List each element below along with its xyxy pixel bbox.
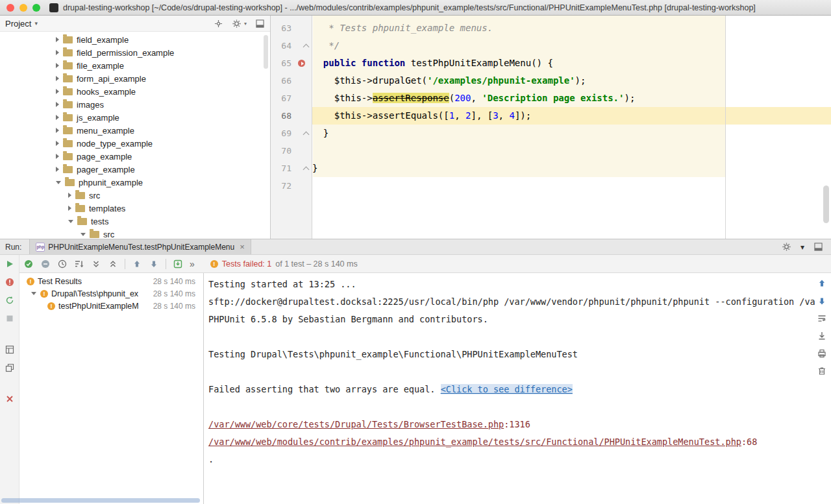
chevron-right-icon[interactable] <box>56 154 59 159</box>
project-tree-item[interactable]: form_api_example <box>0 72 270 85</box>
chevron-right-icon[interactable] <box>56 141 59 146</box>
editor-scrollbar[interactable] <box>823 186 829 223</box>
code-line[interactable]: 64 */ <box>271 37 831 54</box>
code-text[interactable]: * Tests phpunit_example menus. <box>312 19 831 37</box>
stacktrace-link[interactable]: /var/www/web/core/tests/Drupal/Tests/Bro… <box>208 419 504 429</box>
toggle-autotest-icon[interactable] <box>5 295 15 306</box>
close-tab-icon[interactable]: × <box>240 242 245 252</box>
stacktrace-link[interactable]: /var/www/web/modules/contrib/examples/ph… <box>208 437 741 447</box>
rerun-failed-tests-icon[interactable] <box>5 277 15 287</box>
chevron-right-icon[interactable] <box>68 193 71 198</box>
chevron-right-icon[interactable] <box>56 89 59 94</box>
run-tab[interactable]: php PHPUnitExampleMenuTest.testPhpUnitEx… <box>29 239 251 254</box>
code-text[interactable]: } <box>312 125 831 142</box>
test-tree-item[interactable]: testPhpUnitExampleM28 s 140 ms <box>19 300 203 312</box>
tree-horizontal-scrollbar[interactable] <box>1 498 200 503</box>
hide-panel-icon[interactable] <box>254 18 265 29</box>
code-text[interactable]: } <box>312 160 831 177</box>
test-console[interactable]: Testing started at 13:25 ...sftp://docke… <box>204 273 831 504</box>
chevron-down-icon[interactable] <box>56 181 61 184</box>
chevron-down-icon[interactable]: ▾ <box>34 20 38 27</box>
code-line[interactable]: 65 public function testPhpUnitExampleMen… <box>271 54 831 72</box>
fold-marker-icon[interactable] <box>297 37 312 54</box>
hide-panel-icon[interactable] <box>813 242 823 252</box>
clear-all-icon[interactable] <box>817 366 827 376</box>
code-text[interactable] <box>312 177 831 195</box>
code-line[interactable]: 68 $this->assertEquals([1, 2], [3, 4]); <box>271 107 831 125</box>
zoom-window-button[interactable] <box>32 4 40 12</box>
editor[interactable]: 63 * Tests phpunit_example menus.64 */65… <box>271 16 831 239</box>
code-line[interactable]: 63 * Tests phpunit_example menus. <box>271 19 831 37</box>
project-tree-item[interactable]: templates <box>0 202 270 215</box>
code-line[interactable]: 67 $this->assertResponse(200, 'Descripti… <box>271 90 831 107</box>
code-line[interactable]: 66 $this->drupalGet('/examples/phpunit-e… <box>271 72 831 90</box>
gear-icon[interactable] <box>782 242 792 252</box>
gear-icon[interactable] <box>232 18 242 29</box>
project-tree-item[interactable]: phpunit_example <box>0 176 270 189</box>
project-tree-item[interactable]: src <box>0 189 270 202</box>
sort-by-duration-icon[interactable] <box>57 259 68 269</box>
fold-marker-icon[interactable] <box>297 125 312 142</box>
toolbar-overflow-icon[interactable]: » <box>190 259 195 269</box>
chevron-right-icon[interactable] <box>56 115 59 120</box>
code-text[interactable]: public function testPhpUnitExampleMenu()… <box>312 54 831 72</box>
close-icon[interactable] <box>5 394 15 404</box>
expand-all-icon[interactable] <box>91 259 101 269</box>
chevron-right-icon[interactable] <box>56 76 59 81</box>
locate-file-icon[interactable] <box>214 18 224 29</box>
code-text[interactable]: */ <box>312 37 831 54</box>
code-text[interactable]: $this->assertResponse(200, 'Description … <box>312 90 831 107</box>
chevron-down-icon[interactable] <box>31 292 36 295</box>
code-line[interactable]: 71} <box>271 160 831 177</box>
chevron-down-icon[interactable] <box>81 233 86 236</box>
chevron-right-icon[interactable] <box>56 37 59 42</box>
chevron-right-icon[interactable] <box>56 102 59 107</box>
code-text[interactable] <box>312 142 831 160</box>
chevron-right-icon[interactable] <box>56 128 59 133</box>
code-line[interactable]: 70 <box>271 142 831 160</box>
code-text[interactable]: $this->drupalGet('/examples/phpunit-exam… <box>312 72 831 90</box>
project-tree-item[interactable]: js_example <box>0 111 270 124</box>
scroll-to-end-icon[interactable] <box>817 331 827 341</box>
project-tree-item[interactable]: images <box>0 98 270 111</box>
chevron-right-icon[interactable] <box>68 206 71 211</box>
stop-icon[interactable] <box>5 313 15 324</box>
project-tree-item[interactable]: field_example <box>0 33 270 46</box>
project-tree-item[interactable]: pager_example <box>0 163 270 176</box>
test-tree-item[interactable]: Test Results28 s 140 ms <box>19 275 203 287</box>
chevron-right-icon[interactable] <box>56 63 59 68</box>
failed-test-gutter-icon[interactable] <box>297 54 312 72</box>
print-icon[interactable] <box>817 348 827 359</box>
code-text[interactable]: $this->assertEquals([1, 2], [3, 4]); <box>312 107 831 125</box>
project-tree-item[interactable]: node_type_example <box>0 137 270 150</box>
test-tree-item[interactable]: Drupal\Tests\phpunit_ex28 s 140 ms <box>19 287 203 300</box>
hide-passed-icon[interactable] <box>23 259 34 269</box>
chevron-right-icon[interactable] <box>56 167 59 172</box>
chevron-down-icon[interactable]: ▾ <box>244 21 247 27</box>
project-tree-item[interactable]: menu_example <box>0 124 270 137</box>
project-tree-item[interactable]: src <box>0 228 270 239</box>
soft-wrap-icon[interactable] <box>817 313 827 324</box>
chevron-right-icon[interactable] <box>56 50 59 55</box>
code-line[interactable]: 69 } <box>271 125 831 142</box>
project-tree-item[interactable]: hooks_example <box>0 85 270 98</box>
fold-marker-icon[interactable] <box>297 160 312 177</box>
diff-link[interactable]: <Click to see difference> <box>441 384 573 394</box>
project-tree-item[interactable]: page_example <box>0 150 270 163</box>
code-line[interactable]: 72 <box>271 177 831 195</box>
up-stacktrace-icon[interactable] <box>817 278 827 289</box>
chevron-down-icon[interactable]: ▾ <box>800 243 804 252</box>
project-tree-item[interactable]: file_example <box>0 59 270 72</box>
chevron-down-icon[interactable] <box>68 220 73 223</box>
import-test-results-icon[interactable] <box>173 259 183 269</box>
restore-layout-icon[interactable] <box>5 344 15 355</box>
project-panel-title[interactable]: Project <box>5 19 31 29</box>
next-failed-test-icon[interactable] <box>149 259 159 269</box>
project-tree-item[interactable]: tests <box>0 215 270 228</box>
pin-tab-icon[interactable] <box>5 363 15 373</box>
minimize-window-button[interactable] <box>19 4 27 12</box>
show-ignored-icon[interactable] <box>40 259 51 269</box>
previous-failed-test-icon[interactable] <box>132 259 142 269</box>
collapse-all-icon[interactable] <box>108 259 118 269</box>
close-window-button[interactable] <box>6 4 14 12</box>
